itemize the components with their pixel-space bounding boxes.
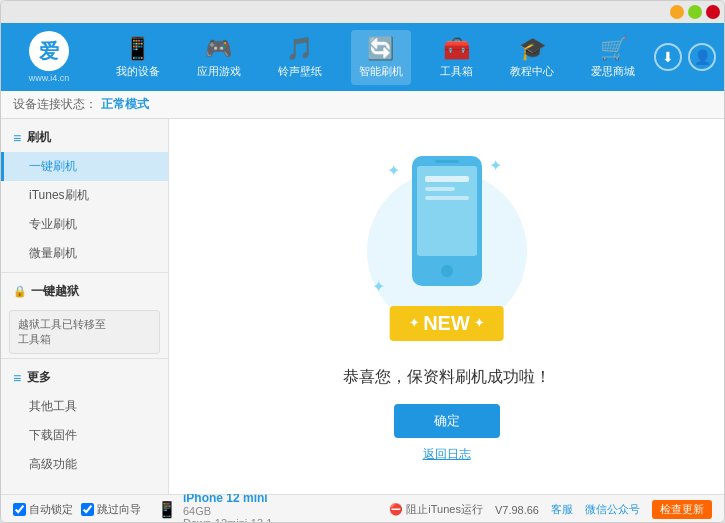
maximize-button[interactable] — [688, 5, 702, 19]
device-info: 📱 iPhone 12 mini 64GB Down-12mini-13.1 — [157, 491, 272, 524]
stop-itunes-icon: ⛔ — [389, 503, 403, 516]
device-capacity: 64GB — [183, 505, 272, 517]
store-icon: 🛒 — [600, 36, 627, 62]
device-details: 64GB Down-12mini-13.1 — [183, 505, 272, 524]
auto-lock-input[interactable] — [13, 503, 26, 516]
nav-item-my-device[interactable]: 📱 我的设备 — [108, 30, 168, 85]
footer: 自动锁定 跳过向导 📱 iPhone 12 mini 64GB Down-12m… — [1, 494, 724, 523]
new-star-left: ✦ — [409, 316, 419, 330]
footer-left: 自动锁定 跳过向导 📱 iPhone 12 mini 64GB Down-12m… — [13, 491, 389, 524]
more-section-label: 更多 — [27, 369, 51, 386]
sidebar-warning-box: 越狱工具已转移至 工具箱 — [9, 310, 160, 354]
nav-item-smart-flash[interactable]: 🔄 智能刷机 — [351, 30, 411, 85]
sidebar-item-pro-flash[interactable]: 专业刷机 — [1, 210, 168, 239]
nav-label-store: 爱思商城 — [591, 64, 635, 79]
status-value: 正常模式 — [101, 96, 149, 113]
stop-itunes-label: 阻止iTunes运行 — [406, 502, 483, 517]
sidebar-section-label: 刷机 — [27, 129, 51, 146]
svg-point-2 — [441, 265, 453, 277]
status-label: 设备连接状态： — [13, 96, 97, 113]
svg-rect-6 — [435, 160, 459, 163]
nav-label-my-device: 我的设备 — [116, 64, 160, 79]
nav-label-toolbox: 工具箱 — [440, 64, 473, 79]
lock-icon: 🔒 — [13, 285, 27, 298]
nav-item-toolbox[interactable]: 🧰 工具箱 — [432, 30, 481, 85]
minimize-button[interactable] — [670, 5, 684, 19]
customer-service-link[interactable]: 客服 — [551, 502, 573, 517]
phone-svg — [407, 151, 487, 291]
phone-illustration: ✦ ✦ ✦ — [367, 151, 527, 351]
wechat-link[interactable]: 微信公众号 — [585, 502, 640, 517]
toolbox-icon: 🧰 — [443, 36, 470, 62]
sidebar: ≡ 刷机 一键刷机 iTunes刷机 专业刷机 微量刷机 🔒 一键越狱 越狱工具 — [1, 119, 169, 494]
download-button[interactable]: ⬇ — [654, 43, 682, 71]
nav-label-ringtones: 铃声壁纸 — [278, 64, 322, 79]
flash-section-icon: ≡ — [13, 130, 21, 146]
ringtones-icon: 🎵 — [286, 36, 313, 62]
sidebar-item-itunes-flash[interactable]: iTunes刷机 — [1, 181, 168, 210]
warning-text1: 越狱工具已转移至 — [18, 317, 151, 332]
nav-item-store[interactable]: 🛒 爱思商城 — [583, 30, 643, 85]
close-button[interactable] — [706, 5, 720, 19]
sidebar-section-flash: ≡ 刷机 — [1, 123, 168, 152]
topnav: 爱 www.i4.cn 📱 我的设备 🎮 应用游戏 🎵 铃声壁纸 🔄 智能刷机 — [1, 23, 724, 91]
sidebar-divider-2 — [1, 358, 168, 359]
titlebar — [1, 1, 724, 23]
main-area: ≡ 刷机 一键刷机 iTunes刷机 专业刷机 微量刷机 🔒 一键越狱 越狱工具 — [1, 119, 724, 494]
success-message: 恭喜您，保资料刷机成功啦！ — [343, 367, 551, 388]
sidebar-section-more: ≡ 更多 — [1, 363, 168, 392]
skip-wizard-checkbox[interactable]: 跳过向导 — [81, 502, 141, 517]
nav-items: 📱 我的设备 🎮 应用游戏 🎵 铃声壁纸 🔄 智能刷机 🧰 工具箱 🎓 — [97, 30, 654, 85]
apps-icon: 🎮 — [205, 36, 232, 62]
stop-itunes: ⛔ 阻止iTunes运行 — [389, 502, 483, 517]
sidebar-item-advanced[interactable]: 高级功能 — [1, 450, 168, 479]
sparkle-2: ✦ — [489, 156, 502, 175]
jailbreak-label: 一键越狱 — [31, 283, 79, 300]
auto-lock-checkbox[interactable]: 自动锁定 — [13, 502, 73, 517]
skip-wizard-input[interactable] — [81, 503, 94, 516]
sidebar-item-download-firmware[interactable]: 下载固件 — [1, 421, 168, 450]
more-section-icon: ≡ — [13, 370, 21, 386]
version-label: V7.98.66 — [495, 504, 539, 516]
logo-url: www.i4.cn — [29, 73, 70, 83]
sparkle-3: ✦ — [372, 277, 385, 296]
svg-rect-4 — [425, 187, 455, 191]
nav-label-flash: 智能刷机 — [359, 64, 403, 79]
new-star-right: ✦ — [474, 316, 484, 330]
main-content: ✦ ✦ ✦ — [169, 119, 724, 494]
sidebar-item-other-tools[interactable]: 其他工具 — [1, 392, 168, 421]
statusbar: 设备连接状态： 正常模式 — [1, 91, 724, 119]
footer-right: ⛔ 阻止iTunes运行 V7.98.66 客服 微信公众号 检查更新 — [389, 500, 712, 519]
nav-label-apps: 应用游戏 — [197, 64, 241, 79]
device-icon: 📱 — [124, 36, 151, 62]
nav-item-apps-games[interactable]: 🎮 应用游戏 — [189, 30, 249, 85]
nav-item-ringtones[interactable]: 🎵 铃声壁纸 — [270, 30, 330, 85]
tutorial-icon: 🎓 — [519, 36, 546, 62]
sidebar-jailbreak-section: 🔒 一键越狱 — [1, 277, 168, 306]
svg-rect-5 — [425, 196, 469, 200]
device-phone-icon: 📱 — [157, 500, 177, 519]
device-firmware: Down-12mini-13.1 — [183, 517, 272, 524]
new-badge-text: NEW — [423, 312, 470, 335]
nav-item-tutorial[interactable]: 🎓 教程中心 — [502, 30, 562, 85]
warning-text2: 工具箱 — [18, 332, 151, 347]
back-link[interactable]: 返回日志 — [423, 446, 471, 463]
success-card: ✦ ✦ ✦ — [323, 131, 571, 483]
sidebar-item-save-data-flash[interactable]: 微量刷机 — [1, 239, 168, 268]
user-button[interactable]: 👤 — [688, 43, 716, 71]
sidebar-item-one-click-flash[interactable]: 一键刷机 — [1, 152, 168, 181]
check-update-button[interactable]: 检查更新 — [652, 500, 712, 519]
sparkle-1: ✦ — [387, 161, 400, 180]
nav-label-tutorial: 教程中心 — [510, 64, 554, 79]
flash-icon: 🔄 — [367, 36, 394, 62]
logo[interactable]: 爱 www.i4.cn — [9, 31, 89, 83]
confirm-button[interactable]: 确定 — [394, 404, 500, 438]
sidebar-divider-1 — [1, 272, 168, 273]
nav-right: ⬇ 👤 — [654, 43, 716, 71]
logo-icon: 爱 — [29, 31, 69, 71]
logo-symbol: 爱 — [39, 38, 59, 65]
svg-rect-3 — [425, 176, 469, 182]
